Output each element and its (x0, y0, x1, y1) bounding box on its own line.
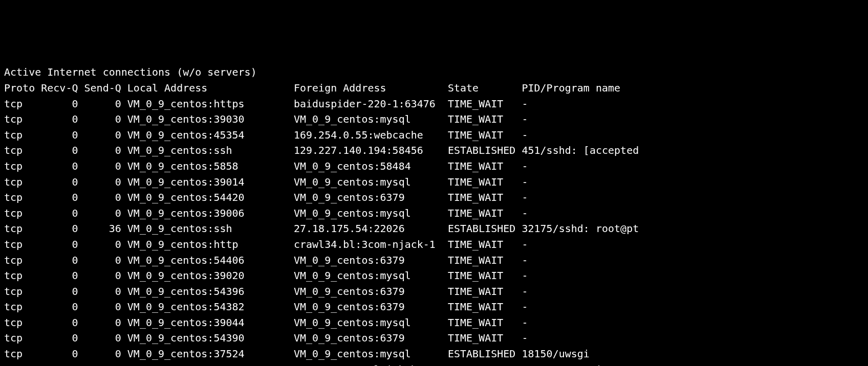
connection-row: tcp 0 0 VM_0_9_centos:37524 VM_0_9_cento… (4, 346, 864, 362)
connection-row: tcp 0 0 VM_0_9_centos:ssh 129.227.140.19… (4, 143, 864, 158)
connection-row: tcp 0 0 VM_0_9_centos:54396 VM_0_9_cento… (4, 284, 864, 300)
connection-row: tcp 0 36 VM_0_9_centos:ssh 27.18.175.54:… (4, 221, 864, 237)
connection-row: tcp 0 0 VM_0_9_centos:5858 VM_0_9_centos… (4, 158, 864, 174)
connection-row: tcp 0 0 VM_0_9_centos:https baiduspider-… (4, 96, 864, 112)
connection-row: tcp 0 0 VM_0_9_centos:39006 VM_0_9_cento… (4, 205, 864, 221)
connection-row: tcp 0 0 VM_0_9_centos:52078 169.254.0.55… (4, 362, 864, 366)
connection-row: tcp 0 0 VM_0_9_centos:39030 VM_0_9_cento… (4, 111, 864, 127)
connection-row: tcp 0 0 VM_0_9_centos:54390 VM_0_9_cento… (4, 330, 864, 346)
connection-row: tcp 0 0 VM_0_9_centos:39014 VM_0_9_cento… (4, 174, 864, 190)
connection-row: tcp 0 0 VM_0_9_centos:39044 VM_0_9_cento… (4, 315, 864, 331)
connection-row: tcp 0 0 VM_0_9_centos:39020 VM_0_9_cento… (4, 268, 864, 284)
connection-row: tcp 0 0 VM_0_9_centos:http crawl34.bl:3c… (4, 237, 864, 253)
connection-row: tcp 0 0 VM_0_9_centos:54406 VM_0_9_cento… (4, 253, 864, 268)
title-line: Active Internet connections (w/o servers… (4, 64, 864, 80)
connection-row: tcp 0 0 VM_0_9_centos:45354 169.254.0.55… (4, 127, 864, 143)
connection-row: tcp 0 0 VM_0_9_centos:54420 VM_0_9_cento… (4, 190, 864, 205)
header-row: Proto Recv-Q Send-Q Local Address Foreig… (4, 80, 864, 96)
terminal-output: Active Internet connections (w/o servers… (4, 64, 864, 366)
connection-row: tcp 0 0 VM_0_9_centos:54382 VM_0_9_cento… (4, 299, 864, 315)
